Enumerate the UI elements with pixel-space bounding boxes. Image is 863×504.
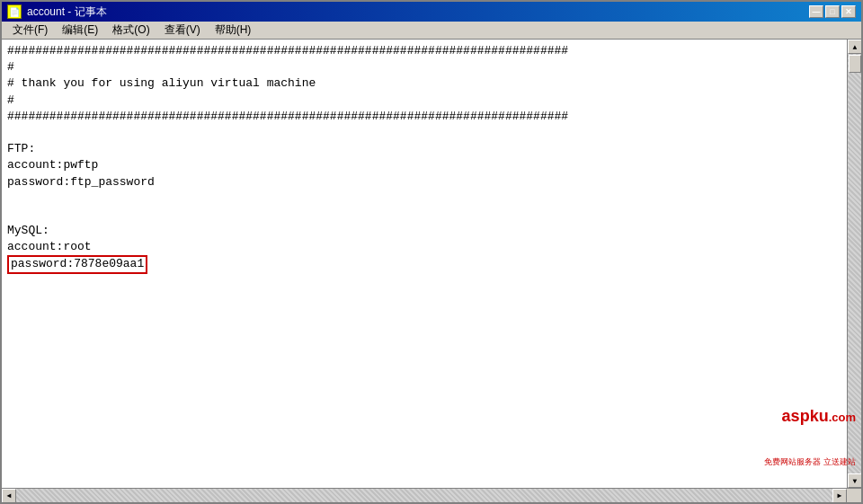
scroll-up-button[interactable]: ▲ <box>848 40 861 54</box>
window-title: account - 记事本 <box>27 4 107 20</box>
menu-format[interactable]: 格式(O) <box>105 21 156 40</box>
watermark: aspku.com 免费网站服务器 立送建站 <box>764 377 847 488</box>
title-buttons: — □ ✕ <box>809 5 856 18</box>
text-editor[interactable]: ########################################… <box>2 40 847 488</box>
close-button[interactable]: ✕ <box>841 5 856 18</box>
content-wrapper: ########################################… <box>2 40 861 502</box>
menu-edit[interactable]: 编辑(E) <box>55 21 105 40</box>
scroll-thumb-v[interactable] <box>849 55 861 73</box>
scroll-left-button[interactable]: ◀ <box>2 489 16 503</box>
main-area: ########################################… <box>2 40 861 488</box>
app-icon: 📄 <box>7 4 22 19</box>
menu-view[interactable]: 查看(V) <box>157 21 208 40</box>
scrollbar-horizontal[interactable]: ◀ ▶ <box>2 488 861 502</box>
scroll-track-h[interactable] <box>16 489 832 503</box>
brand-tld: .com <box>829 411 847 424</box>
menu-file[interactable]: 文件(F) <box>5 21 55 40</box>
menu-bar: 文件(F) 编辑(E) 格式(O) 查看(V) 帮助(H) <box>2 22 861 40</box>
notepad-window: 📄 account - 记事本 — □ ✕ 文件(F) 编辑(E) 格式(O) … <box>0 0 863 504</box>
title-bar-left: 📄 account - 记事本 <box>7 4 107 20</box>
brand-ku: ku <box>810 407 829 425</box>
maximize-button[interactable]: □ <box>825 5 840 18</box>
watermark-subtitle: 免费网站服务器 立送建站 <box>764 457 847 467</box>
brand-asp: asp <box>782 407 810 425</box>
minimize-button[interactable]: — <box>809 5 823 18</box>
title-bar: 📄 account - 记事本 — □ ✕ <box>2 2 861 22</box>
menu-help[interactable]: 帮助(H) <box>208 21 259 40</box>
